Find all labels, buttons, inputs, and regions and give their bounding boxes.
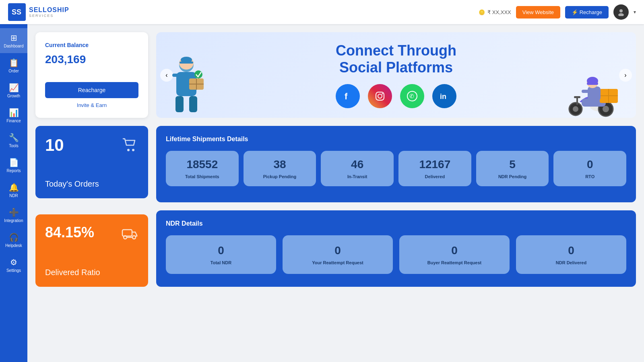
stat-delivered: 12167 Delivered [398,151,471,186]
sidebar-label-reports: Reports [6,169,21,173]
sidebar-label-helpdesk: Helpdesk [5,243,22,248]
sidebar-item-ndr[interactable]: 🔔 NDR [0,178,27,203]
balance-display: 🪙 ₹ XX,XXX [479,9,511,15]
your-reattempt-label: Your Reattempt Request [291,260,385,265]
shipments-grid: 18552 Total Shipments 38 Pickup Pending … [166,151,626,186]
sidebar-label-settings: Settings [6,268,21,273]
ndr-delivered-label: NDR Delivered [524,260,618,265]
svg-point-12 [194,70,202,78]
facebook-icon[interactable]: f [336,84,360,108]
today-orders-label: Today's Orders [45,179,138,189]
ndr-stat-your-reattempt: 0 Your Reattempt Request [283,235,393,274]
stat-in-transit: 46 In-Transit [321,151,394,186]
view-website-button[interactable]: View Website [516,6,560,19]
svg-text:in: in [440,93,446,101]
rto-label: RTO [561,174,618,179]
logo-text: SELLOSHIP SERVICES [29,6,69,18]
svg-point-19 [382,93,383,94]
ndr-stat-buyer-reattempt: 0 Buyer Reattempt Request [399,235,510,274]
buyer-reattempt-label: Buyer Reattempt Request [407,260,502,265]
today-orders-card: 10 Today's Orders [35,126,148,198]
instagram-icon[interactable] [368,84,392,108]
banner-figure-right [559,53,624,118]
delivered-label: Delivered Ratio [45,268,138,277]
left-stats-col: 10 Today's Orders 84.15% [35,126,148,287]
sidebar-item-reports[interactable]: 📄 Reports [0,153,27,178]
logo-sub: SERVICES [29,14,69,18]
ndr-title: NDR Details [166,220,626,227]
banner-text: Connect Through Social Platforms f [328,34,464,116]
logo-title: SELLOSHIP [29,6,69,14]
whatsapp-icon[interactable]: ✆ [400,84,424,108]
chevron-down-icon[interactable]: ▾ [634,9,636,15]
right-col: Lifetime Shipments Details 18552 Total S… [156,126,636,287]
svg-text:SS: SS [12,8,21,16]
recharge-card-button[interactable]: Reacharge [45,82,138,98]
ndr-pending-label: NDR Pending [484,174,541,179]
topnav-right: 🪙 ₹ XX,XXX View Website ⚡ Recharge ▾ [479,4,636,20]
dashboard-icon: ⊞ [10,33,17,43]
recharge-button[interactable]: ⚡ Recharge [565,6,609,19]
wallet-icon: 🪙 [479,9,485,15]
svg-point-18 [378,94,382,98]
sidebar: ⊞ Dashboard 📋 Order 📈 Growth 📊 Finance 🔧… [0,24,27,362]
svg-rect-41 [122,230,132,236]
reports-icon: 📄 [9,158,19,167]
sidebar-item-growth[interactable]: 📈 Growth [0,78,27,103]
ndr-stat-total: 0 Total NDR [166,235,276,274]
pickup-pending-label: Pickup Pending [252,174,308,179]
order-icon: 📋 [9,58,19,68]
logo-area: SS SELLOSHIP SERVICES [8,3,69,21]
delivered-value: 12167 [407,158,463,171]
your-reattempt-value: 0 [291,244,385,257]
sidebar-item-finance[interactable]: 📊 Finance [0,103,27,128]
sidebar-item-settings[interactable]: ⚙ Settings [0,253,27,278]
social-icons: f ✆ [336,84,456,108]
in-transit-label: In-Transit [329,174,386,179]
stat-rto: 0 RTO [553,151,626,186]
avatar[interactable] [613,4,629,20]
banner-next-button[interactable]: › [619,69,632,82]
svg-point-40 [132,149,134,151]
lifetime-shipments-section: Lifetime Shipments Details 18552 Total S… [156,126,636,202]
buyer-reattempt-value: 0 [407,244,502,257]
sidebar-item-order[interactable]: 📋 Order [0,53,27,78]
svg-rect-5 [172,74,180,77]
finance-icon: 📊 [9,108,19,117]
stat-total-shipments: 18552 Total Shipments [166,151,239,186]
today-orders-count: 10 [45,136,64,155]
svg-rect-34 [588,86,601,101]
invite-earn-link[interactable]: Invite & Earn [45,102,138,108]
stats-row: 10 Today's Orders 84.15% [35,126,636,287]
svg-point-39 [127,149,130,151]
ndr-stat-delivered: 0 NDR Delivered [516,235,626,274]
banner-line1: Connect Through Social Platforms [336,42,456,76]
sidebar-label-tools: Tools [9,144,18,148]
svg-point-27 [573,106,578,112]
sidebar-item-dashboard[interactable]: ⊞ Dashboard [0,28,27,53]
svg-rect-15 [180,62,193,64]
stat-pickup-pending: 38 Pickup Pending [244,151,316,186]
current-balance-label: Current Balance [45,42,138,48]
total-shipments-label: Total Shipments [174,174,231,179]
settings-icon: ⚙ [10,257,17,267]
svg-point-1 [619,9,623,12]
today-orders-top: 10 [45,136,138,157]
svg-text:✆: ✆ [409,93,414,99]
total-shipments-value: 18552 [174,158,231,171]
linkedin-icon[interactable]: in [432,84,456,108]
balance-value: ₹ XX,XXX [487,9,511,15]
sidebar-item-tools[interactable]: 🔧 Tools [0,128,27,153]
svg-text:f: f [345,91,348,101]
sidebar-item-integration[interactable]: ➕ Integration [0,203,27,228]
lifetime-shipments-title: Lifetime Shipments Details [166,136,626,143]
logo-icon: SS [8,3,26,21]
balance-card: Current Balance 203,169 Reacharge Invite… [35,32,148,118]
delivered-percentage: 84.15% [45,224,94,241]
svg-rect-30 [574,96,580,98]
sidebar-label-integration: Integration [4,218,23,223]
total-ndr-value: 0 [174,244,268,257]
sidebar-item-helpdesk[interactable]: 🎧 Helpdesk [0,228,27,253]
balance-amount: 203,169 [45,53,138,66]
delivered-label-stat: Delivered [407,174,463,179]
